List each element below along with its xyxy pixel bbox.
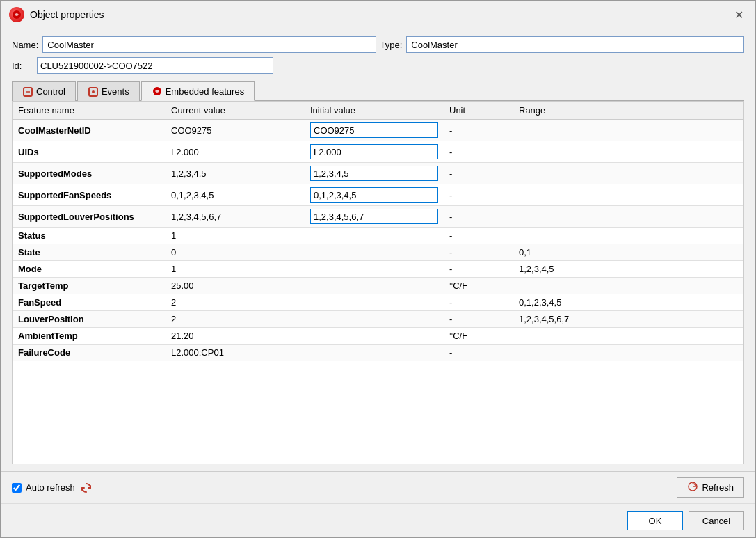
- initial-value-cell: [305, 294, 444, 311]
- initial-value-cell: [305, 244, 444, 261]
- tab-embedded[interactable]: Embedded features: [141, 81, 255, 101]
- unit-cell: -: [444, 141, 513, 163]
- initial-value-cell: [305, 261, 444, 278]
- type-field-row: Type:: [380, 36, 745, 53]
- initial-value-input[interactable]: [310, 187, 438, 203]
- refresh-button[interactable]: Refresh: [677, 477, 744, 498]
- unit-cell: -: [444, 244, 513, 261]
- table-row: SupportedLouverPositions1,2,3,4,5,6,7-: [13, 206, 743, 228]
- type-input[interactable]: [406, 36, 744, 53]
- initial-value-input[interactable]: [310, 166, 438, 181]
- current-value-cell: 1,2,3,4,5,6,7: [166, 206, 305, 228]
- current-value-cell: 25.00: [166, 278, 305, 294]
- refresh-btn-label: Refresh: [702, 482, 734, 493]
- app-icon: [9, 7, 24, 22]
- table-row: State0-0,1: [13, 244, 743, 261]
- feature-name-cell: State: [13, 244, 166, 261]
- unit-cell: -: [444, 163, 513, 184]
- current-value-cell: L2.000:CP01: [166, 345, 305, 361]
- range-cell: [513, 141, 743, 163]
- current-value-cell: L2.000: [166, 141, 305, 163]
- initial-value-cell[interactable]: [305, 163, 444, 184]
- unit-cell: -: [444, 120, 513, 141]
- range-cell: [513, 345, 743, 361]
- initial-value-cell[interactable]: [305, 141, 444, 163]
- current-value-cell: 1: [166, 261, 305, 278]
- table-header-row: Feature name Current value Initial value…: [13, 102, 743, 120]
- initial-value-cell: [305, 345, 444, 361]
- initial-value-cell[interactable]: [305, 206, 444, 228]
- unit-cell: -: [444, 184, 513, 206]
- table-row: UIDsL2.000-: [13, 141, 743, 163]
- title-bar-left: Object properties: [9, 7, 104, 22]
- current-value-cell: 21.20: [166, 328, 305, 345]
- initial-value-cell: [305, 328, 444, 345]
- features-table: Feature name Current value Initial value…: [13, 102, 743, 361]
- range-cell: [513, 328, 743, 345]
- top-form-fields: Name: Type:: [12, 36, 744, 53]
- type-label: Type:: [380, 40, 403, 50]
- auto-refresh-checkbox[interactable]: [12, 483, 22, 493]
- unit-cell: -: [444, 206, 513, 228]
- features-table-container[interactable]: Feature name Current value Initial value…: [12, 101, 744, 464]
- range-cell: [513, 278, 743, 294]
- tab-embedded-label: Embedded features: [166, 86, 244, 97]
- id-field-row: Id:: [12, 57, 744, 74]
- feature-name-cell: TargetTemp: [13, 278, 166, 294]
- close-button[interactable]: ✕: [730, 6, 747, 23]
- feature-name-cell: FanSpeed: [13, 294, 166, 311]
- footer: OK Cancel: [1, 503, 755, 537]
- table-row: SupportedFanSpeeds0,1,2,3,4,5-: [13, 184, 743, 206]
- feature-name-cell: Status: [13, 228, 166, 244]
- object-properties-window: Object properties ✕ Name: Type: Id:: [0, 0, 756, 538]
- control-tab-icon: [22, 86, 33, 97]
- tab-events-label: Events: [102, 86, 129, 97]
- window-title: Object properties: [30, 9, 104, 20]
- name-input[interactable]: [42, 36, 376, 53]
- current-value-cell: 1: [166, 228, 305, 244]
- content-area: Name: Type: Id: Control: [1, 29, 755, 471]
- tab-control-label: Control: [36, 86, 65, 97]
- refresh-btn-icon: [687, 481, 698, 494]
- id-label: Id:: [12, 61, 33, 71]
- initial-value-cell[interactable]: [305, 184, 444, 206]
- feature-name-cell: AmbientTemp: [13, 328, 166, 345]
- feature-name-cell: LouverPosition: [13, 311, 166, 328]
- current-value-cell: 0: [166, 244, 305, 261]
- initial-value-input[interactable]: [310, 122, 438, 138]
- range-cell: 1,2,3,4,5,6,7: [513, 311, 743, 328]
- tab-events[interactable]: Events: [77, 81, 140, 101]
- auto-refresh-section: Auto refresh: [12, 481, 93, 495]
- initial-value-cell: [305, 228, 444, 244]
- unit-cell: -: [444, 294, 513, 311]
- auto-refresh-spin-icon: [79, 481, 93, 495]
- initial-value-cell[interactable]: [305, 120, 444, 141]
- id-input[interactable]: [37, 57, 273, 74]
- name-field-row: Name:: [12, 36, 376, 53]
- initial-value-input[interactable]: [310, 144, 438, 159]
- name-label: Name:: [12, 40, 38, 50]
- col-range: Range: [513, 102, 743, 120]
- feature-name-cell: SupportedModes: [13, 163, 166, 184]
- col-current-value: Current value: [166, 102, 305, 120]
- initial-value-cell: [305, 311, 444, 328]
- table-row: SupportedModes1,2,3,4,5-: [13, 163, 743, 184]
- svg-point-4: [92, 90, 95, 93]
- table-row: CoolMasterNetIDCOO9275-: [13, 120, 743, 141]
- feature-name-cell: SupportedLouverPositions: [13, 206, 166, 228]
- feature-name-cell: Mode: [13, 261, 166, 278]
- col-feature-name: Feature name: [13, 102, 166, 120]
- range-cell: [513, 184, 743, 206]
- range-cell: 1,2,3,4,5: [513, 261, 743, 278]
- bottom-bar: Auto refresh Refresh: [1, 471, 755, 503]
- range-cell: [513, 228, 743, 244]
- range-cell: [513, 163, 743, 184]
- cancel-button[interactable]: Cancel: [689, 511, 744, 530]
- unit-cell: -: [444, 345, 513, 361]
- initial-value-input[interactable]: [310, 209, 438, 224]
- tab-control[interactable]: Control: [12, 81, 76, 101]
- ok-button[interactable]: OK: [627, 511, 683, 530]
- feature-name-cell: FailureCode: [13, 345, 166, 361]
- table-row: FailureCodeL2.000:CP01-: [13, 345, 743, 361]
- range-cell: [513, 120, 743, 141]
